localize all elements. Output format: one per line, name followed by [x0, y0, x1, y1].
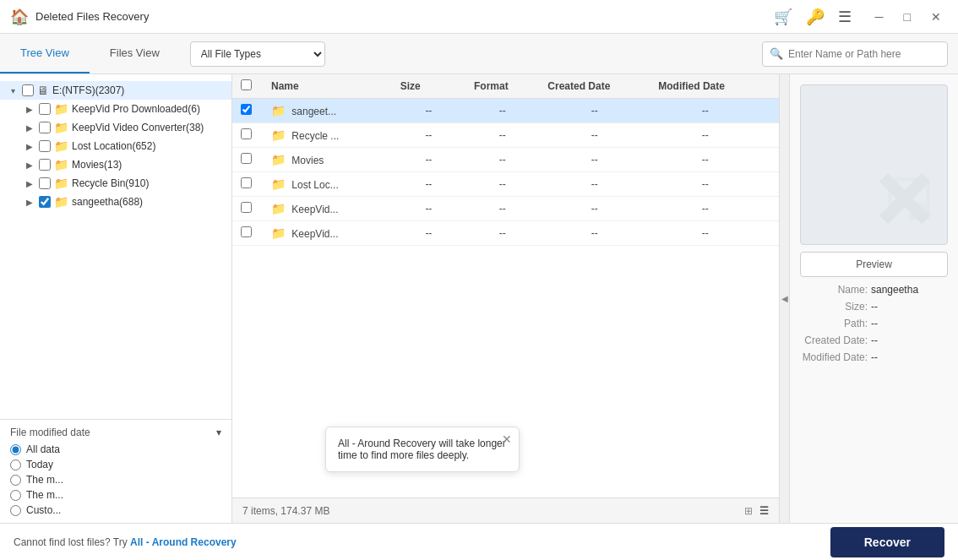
row-modified-3: -- [650, 148, 760, 172]
preview-button[interactable]: Preview [800, 252, 948, 277]
col-header-modified[interactable]: Modified Date [650, 74, 760, 99]
filter-radio-month3[interactable] [10, 490, 21, 501]
file-type-dropdown[interactable]: All File Types Images Videos Documents A… [190, 41, 325, 67]
cart-icon[interactable]: 🛒 [774, 8, 792, 26]
tooltip-text: All - Around Recovery will take longer t… [338, 438, 506, 461]
app-title: Deleted Files Recovery [35, 10, 774, 23]
table-row[interactable]: 📁 KeepVid... -- -- -- -- [232, 197, 779, 221]
tree-item-root[interactable]: ▾ 🖥 E:(NTFS)(2307) [0, 81, 231, 100]
around-recovery-link[interactable]: All - Around Recovery [130, 536, 237, 548]
table-header-row: Name Size Format Created Date Modified D… [232, 74, 779, 99]
row-size-2: -- [392, 123, 465, 148]
table-row[interactable]: 📁 Recycle ... -- -- -- -- [232, 123, 779, 148]
tree-item-keepvid-pro[interactable]: ▶ 📁 KeepVid Pro Downloaded(6) [0, 100, 231, 118]
key-icon[interactable]: 🔑 [806, 8, 825, 26]
row-checkbox-5[interactable] [232, 197, 263, 221]
search-input[interactable] [788, 48, 940, 60]
row-checkbox-2[interactable] [232, 123, 263, 148]
checkbox-recycle-bin[interactable] [39, 177, 51, 189]
checkbox-sangeetha[interactable] [39, 196, 51, 208]
row-created-4: -- [539, 172, 650, 197]
tab-files-view[interactable]: Files View [90, 34, 180, 73]
tree-item-sangeetha[interactable]: ▶ 📁 sangeetha(688) [0, 193, 231, 211]
folder-icon-row4: 📁 [271, 177, 286, 191]
grid-view-icon[interactable]: ⊞ [744, 505, 753, 517]
checkbox-keepvid-video[interactable] [39, 122, 51, 133]
filter-option-month3[interactable]: The m... [10, 489, 221, 501]
hdd-icon: 🖥 [37, 84, 49, 97]
checkbox-keepvid-pro[interactable] [39, 103, 51, 115]
tree-item-recycle-bin[interactable]: ▶ 📁 Recycle Bin(910) [0, 174, 231, 193]
filter-radio-custom[interactable] [10, 505, 21, 516]
table-row[interactable]: 📁 KeepVid... -- -- -- -- [232, 221, 779, 246]
tree-item-keepvid-video[interactable]: ▶ 📁 KeepVid Video Converter(38) [0, 118, 231, 137]
filter-radio-month1[interactable] [10, 475, 21, 486]
tree-item-lost-location[interactable]: ▶ 📁 Lost Location(652) [0, 137, 231, 155]
filter-option-all[interactable]: All data [10, 443, 221, 455]
filter-radio-today[interactable] [10, 459, 21, 470]
bottom-bar-static-text: Cannot find lost files? Try [14, 536, 130, 548]
tree-item-movies[interactable]: ▶ 📁 Movies(13) [0, 155, 231, 174]
filter-label-custom: Custo... [26, 504, 61, 516]
filter-option-today[interactable]: Today [10, 459, 221, 470]
content-area: ▾ 🖥 E:(NTFS)(2307) ▶ 📁 KeepVid Pro Downl… [0, 74, 958, 523]
checkbox-root[interactable] [22, 84, 34, 96]
select-all-checkbox[interactable] [241, 79, 252, 90]
row-extra-2 [760, 123, 779, 148]
file-info-modified-label: Modified Date: [800, 351, 868, 363]
expand-icon-root[interactable]: ▾ [7, 86, 19, 95]
row-checkbox-6[interactable] [232, 221, 263, 246]
col-header-format[interactable]: Format [465, 74, 539, 99]
expand-icon-keepvid-video[interactable]: ▶ [24, 123, 35, 133]
list-view-icon[interactable]: ☰ [759, 505, 769, 517]
expand-icon-keepvid-pro[interactable]: ▶ [24, 105, 35, 114]
filter-radio-all[interactable] [10, 444, 21, 455]
minimize-button[interactable]: ─ [868, 7, 890, 27]
file-info-created-label: Created Date: [800, 334, 868, 346]
folder-icon-keepvid-pro: 📁 [54, 102, 68, 116]
preview-watermark [871, 165, 939, 236]
filter-label-all: All data [26, 443, 60, 455]
table-row[interactable]: 📁 Lost Loc... -- -- -- -- [232, 172, 779, 197]
row-extra-5 [760, 197, 779, 221]
menu-icon[interactable]: ☰ [838, 8, 852, 26]
file-info-size-label: Size: [800, 301, 868, 313]
filter-options: All data Today The m... The m... [10, 443, 221, 516]
file-info-size-row: Size: -- [800, 301, 948, 313]
tab-tree-view[interactable]: Tree View [0, 34, 90, 73]
file-info-name-value: sangeetha [871, 284, 918, 296]
filter-option-custom[interactable]: Custo... [10, 504, 221, 516]
filter-header[interactable]: File modified date ▾ [10, 427, 221, 438]
expand-icon-lost-location[interactable]: ▶ [24, 142, 35, 151]
filter-label-today: Today [26, 459, 53, 470]
row-name-1: 📁 sangeet... [263, 99, 392, 123]
row-modified-6: -- [650, 221, 760, 246]
maximize-button[interactable]: □ [897, 7, 917, 27]
checkbox-lost-location[interactable] [39, 140, 51, 152]
expand-icon-sangeetha[interactable]: ▶ [24, 198, 35, 207]
file-table: Name Size Format Created Date Modified D… [232, 74, 779, 246]
row-created-6: -- [539, 221, 650, 246]
checkbox-movies[interactable] [39, 159, 51, 171]
col-header-size[interactable]: Size [392, 74, 465, 99]
row-checkbox-3[interactable] [232, 148, 263, 172]
col-header-created[interactable]: Created Date [539, 74, 650, 99]
window-controls: ─ □ ✕ [868, 7, 948, 27]
col-header-name[interactable]: Name [263, 74, 392, 99]
expand-icon-recycle-bin[interactable]: ▶ [24, 179, 35, 188]
expand-icon-movies[interactable]: ▶ [24, 160, 35, 170]
collapse-arrow-icon: ◀ [781, 294, 788, 303]
row-checkbox-1[interactable] [232, 99, 263, 123]
tooltip-close-button[interactable]: ✕ [502, 432, 512, 446]
close-button[interactable]: ✕ [924, 7, 948, 27]
table-row[interactable]: 📁 sangeet... -- -- -- -- [232, 99, 779, 123]
row-checkbox-4[interactable] [232, 172, 263, 197]
recover-button[interactable]: Recover [830, 527, 944, 557]
filter-option-month1[interactable]: The m... [10, 474, 221, 486]
filter-toggle-icon[interactable]: ▾ [216, 427, 221, 438]
table-row[interactable]: 📁 Movies -- -- -- -- [232, 148, 779, 172]
file-info-created-row: Created Date: -- [800, 334, 948, 346]
panel-collapse-handle[interactable]: ◀ [779, 74, 789, 523]
file-info: Name: sangeetha Size: -- Path: -- Create… [800, 284, 948, 363]
folder-icon-row3: 📁 [271, 153, 286, 166]
